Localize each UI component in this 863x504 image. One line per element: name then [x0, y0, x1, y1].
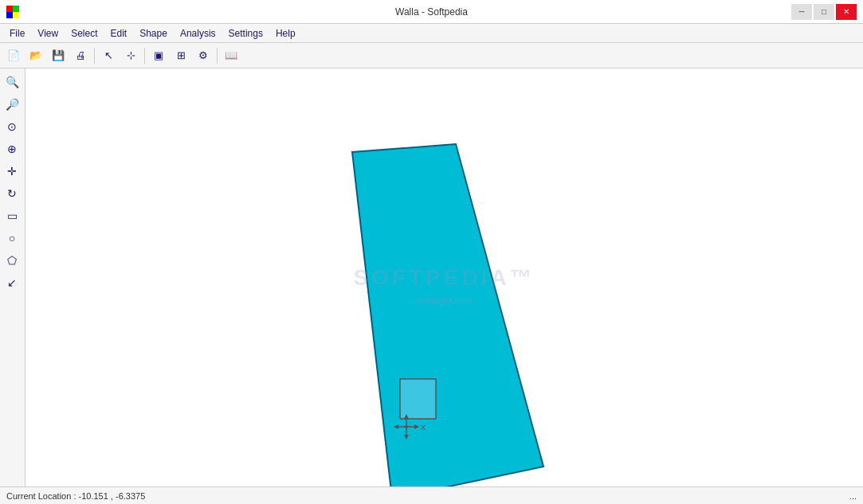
status-bar: Current Location : -10.151 , -6.3375 ...: [0, 486, 863, 504]
title-bar: Walla - Softpedia ─ □ ✕: [0, 0, 863, 24]
menu-item-edit[interactable]: Edit: [104, 24, 134, 42]
toolbar-separator-sep3: [217, 48, 218, 64]
toolbar-btn-print[interactable]: 🖨: [70, 46, 91, 65]
svg-text:X: X: [421, 424, 426, 432]
menu-item-settings[interactable]: Settings: [222, 24, 269, 42]
app-icon: [6, 6, 19, 18]
sidebar-tool-circle[interactable]: ○: [2, 228, 22, 248]
toolbar-btn-select-arrow[interactable]: ↖: [98, 46, 119, 65]
title-bar-left: [6, 6, 19, 18]
menu-item-shape[interactable]: Shape: [133, 24, 174, 42]
toolbar-separator-sep2: [144, 48, 145, 64]
main-shape[interactable]: [352, 144, 543, 486]
sidebar: 🔍🔎⊙⊕✛↻▭○⬠↙: [0, 68, 25, 486]
selection-rect[interactable]: [400, 379, 436, 419]
sidebar-tool-pan[interactable]: ✛: [2, 161, 22, 182]
status-location: Current Location : -10.151 , -6.3375: [6, 491, 145, 501]
toolbar-separator-sep1: [94, 48, 95, 64]
restore-button[interactable]: □: [814, 4, 834, 20]
sidebar-tool-zoom-in[interactable]: 🔍: [2, 72, 22, 92]
sidebar-tool-zoom-extent[interactable]: ⊙: [2, 116, 22, 137]
sidebar-tool-edit-node[interactable]: ↙: [2, 272, 22, 293]
menu-item-analysis[interactable]: Analysis: [174, 24, 222, 42]
close-button[interactable]: ✕: [836, 4, 857, 20]
window-controls[interactable]: ─ □ ✕: [791, 4, 857, 20]
toolbar-btn-save[interactable]: 💾: [48, 46, 69, 65]
menu-item-file[interactable]: File: [3, 24, 31, 42]
main-canvas: X: [25, 68, 863, 486]
location-value: -10.151 , -6.3375: [79, 491, 146, 501]
title-text: Walla - Softpedia: [395, 6, 468, 18]
menu-bar: FileViewSelectEditShapeAnalysisSettingsH…: [0, 24, 863, 43]
toolbar-btn-hierarchy[interactable]: ⊞: [171, 46, 191, 65]
toolbar-btn-open[interactable]: 📂: [25, 46, 46, 65]
sidebar-tool-select-tool[interactable]: ⊕: [2, 139, 22, 159]
menu-item-help[interactable]: Help: [269, 24, 302, 42]
main-area: 🔍🔎⊙⊕✛↻▭○⬠↙ X: [0, 68, 863, 486]
sidebar-tool-zoom-out[interactable]: 🔎: [2, 94, 22, 115]
toolbar-btn-save2[interactable]: ▣: [148, 46, 169, 65]
toolbar: 📄📂💾🖨↖⊹▣⊞⚙📖: [0, 43, 863, 68]
location-label: Current Location :: [6, 491, 76, 501]
toolbar-btn-select-node[interactable]: ⊹: [120, 46, 141, 65]
minimize-button[interactable]: ─: [791, 4, 812, 20]
toolbar-btn-new[interactable]: 📄: [3, 46, 24, 65]
canvas-area[interactable]: X SOFTPEDIA™ softpedia.com: [25, 68, 863, 486]
sidebar-tool-poly[interactable]: ⬠: [2, 250, 22, 271]
menu-item-select[interactable]: Select: [65, 24, 104, 42]
menu-item-view[interactable]: View: [31, 24, 65, 42]
svg-point-6: [405, 425, 408, 428]
toolbar-btn-book[interactable]: 📖: [221, 46, 241, 65]
sidebar-tool-rect[interactable]: ▭: [2, 205, 22, 226]
status-dots: ...: [849, 491, 857, 501]
toolbar-btn-tools[interactable]: ⚙: [193, 46, 214, 65]
sidebar-tool-rotate[interactable]: ↻: [2, 183, 22, 204]
